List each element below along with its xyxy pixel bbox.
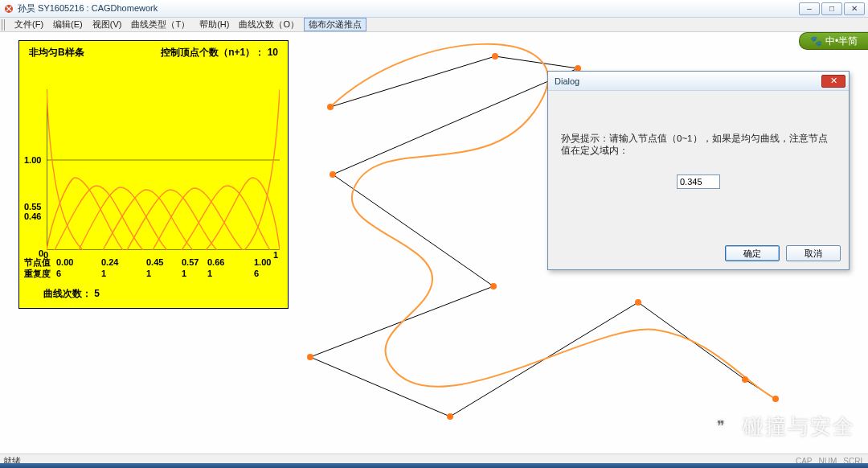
menu-help[interactable]: 帮助(H) bbox=[194, 18, 234, 31]
taskbar-sliver bbox=[0, 463, 868, 468]
menu-degree[interactable]: 曲线次数（O） bbox=[234, 18, 304, 31]
menu-view[interactable]: 视图(V) bbox=[88, 18, 127, 31]
close-button[interactable]: ✕ bbox=[844, 2, 865, 15]
paw-icon: 🐾 bbox=[810, 35, 822, 47]
ytick-1.00: 1.00 bbox=[24, 155, 41, 165]
panel-title-right: 控制顶点个数（n+1）： 10 bbox=[161, 46, 278, 60]
window-title: 孙昊 SY1605216 : CAGDhomework bbox=[18, 2, 158, 14]
menu-grip bbox=[2, 19, 6, 31]
basis-panel: 非均匀B样条 控制顶点个数（n+1）： 10 1.00 0.55 0.46 0 bbox=[18, 40, 289, 309]
dialog-cancel-button[interactable]: 取消 bbox=[786, 245, 841, 261]
minimize-button[interactable]: – bbox=[799, 2, 820, 15]
menu-edit[interactable]: 编辑(E) bbox=[48, 18, 88, 31]
app-icon bbox=[3, 3, 14, 14]
svg-point-7 bbox=[330, 171, 336, 178]
dialog-input[interactable] bbox=[677, 174, 720, 189]
ytick-0.55: 0.55 bbox=[24, 202, 41, 211]
curve-degree: 曲线次数： 5 bbox=[43, 287, 100, 301]
dialog-message: 孙昊提示：请输入节点值（0~1），如果是均匀曲线，注意节点值在定义域内： bbox=[561, 133, 836, 157]
svg-point-11 bbox=[635, 299, 641, 306]
menu-deboor[interactable]: 德布尔递推点 bbox=[304, 18, 366, 31]
svg-point-9 bbox=[307, 354, 313, 360]
watermark: ❞ 碰撞与安全 bbox=[707, 412, 855, 441]
maximize-button[interactable]: □ bbox=[821, 2, 842, 15]
input-dialog: Dialog ✕ 孙昊提示：请输入节点值（0~1），如果是均匀曲线，注意节点值在… bbox=[547, 71, 850, 270]
knot-table: 节点值 0.00 0.24 0.45 0.57 0.66 1.00 重复度 6 … bbox=[24, 257, 278, 279]
ytick-0.46: 0.46 bbox=[24, 211, 41, 221]
svg-point-8 bbox=[490, 283, 497, 289]
menu-bar: 文件(F) 编辑(E) 视图(V) 曲线类型（T） 帮助(H) 曲线次数（O） … bbox=[0, 18, 868, 32]
svg-point-10 bbox=[447, 413, 453, 420]
badge: 🐾 中•半简 bbox=[799, 32, 868, 50]
svg-point-12 bbox=[742, 376, 748, 383]
menu-curve-type[interactable]: 曲线类型（T） bbox=[126, 18, 194, 31]
title-bar: 孙昊 SY1605216 : CAGDhomework – □ ✕ bbox=[0, 0, 868, 18]
client-area: 🐾 中•半简 非均匀B样条 控制顶点个数（n+1）： 10 1.00 0.55 … bbox=[0, 32, 868, 454]
watermark-text: 碰撞与安全 bbox=[743, 413, 855, 441]
svg-point-5 bbox=[492, 53, 498, 60]
svg-point-13 bbox=[772, 396, 779, 402]
dialog-ok-button[interactable]: 确定 bbox=[725, 245, 780, 261]
menu-file[interactable]: 文件(F) bbox=[10, 18, 48, 31]
dialog-close-button[interactable]: ✕ bbox=[821, 75, 845, 88]
basis-curves bbox=[47, 89, 280, 250]
badge-text: 中•半简 bbox=[825, 35, 858, 48]
close-icon: ✕ bbox=[830, 76, 837, 86]
basis-plot bbox=[47, 89, 280, 250]
panel-title-left: 非均匀B样条 bbox=[29, 46, 84, 60]
dialog-title: Dialog bbox=[555, 76, 579, 86]
wechat-icon: ❞ bbox=[707, 412, 736, 441]
svg-point-4 bbox=[327, 104, 334, 110]
